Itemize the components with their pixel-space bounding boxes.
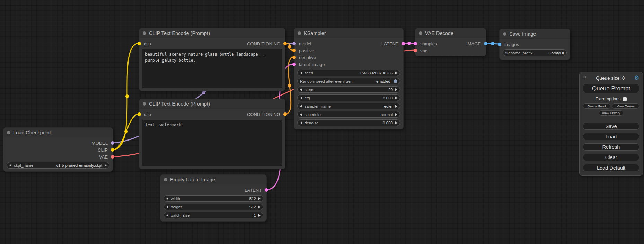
decrement-icon[interactable]	[166, 206, 168, 208]
input-label-negative: negative	[299, 55, 316, 60]
widget-filename-prefix[interactable]: filename_prefix ComfyUI	[503, 49, 567, 56]
decrement-icon[interactable]	[300, 72, 302, 74]
widget-label: steps	[305, 88, 314, 92]
increment-icon[interactable]	[395, 105, 397, 108]
widget-width[interactable]: width 512	[164, 195, 263, 202]
increment-icon[interactable]	[395, 113, 397, 116]
widget-label: denoise	[305, 121, 318, 125]
output-dot-vae[interactable]	[111, 155, 114, 159]
decrement-icon[interactable]	[166, 214, 168, 217]
widget-height[interactable]: height 512	[164, 204, 263, 210]
output-dot-image[interactable]	[484, 42, 487, 45]
node-graph-canvas[interactable]: Load Checkpoint MODEL CLIP VAE ckpt_name…	[0, 0, 644, 244]
collapse-dot-icon[interactable]	[164, 178, 167, 181]
output-dot-conditioning[interactable]	[283, 42, 287, 45]
increment-icon[interactable]	[395, 97, 397, 99]
widget-sampler-name[interactable]: sampler_name euler	[297, 103, 400, 109]
input-dot-clip[interactable]	[138, 112, 141, 116]
input-label-clip: clip	[144, 112, 151, 117]
wire-midpoint-clip-negative	[124, 130, 128, 133]
decrement-icon[interactable]	[300, 88, 302, 91]
widget-label: seed	[305, 71, 313, 75]
load-default-button[interactable]: Load Default	[583, 164, 639, 171]
refresh-button[interactable]: Refresh	[583, 143, 639, 151]
load-button[interactable]: Load	[583, 133, 639, 140]
decrement-icon[interactable]	[300, 121, 302, 124]
prompt-textarea[interactable]: text, watermark	[142, 120, 282, 166]
node-save-image[interactable]: Save Image images filename_prefix ComfyU…	[499, 29, 570, 60]
increment-icon[interactable]	[395, 72, 397, 74]
node-title-bar[interactable]: KSampler	[294, 28, 403, 38]
node-vae-decode[interactable]: VAE Decode samples IMAGE vae	[415, 28, 486, 56]
collapse-dot-icon[interactable]	[143, 102, 146, 106]
drag-handle-icon[interactable]: ⠿	[583, 75, 586, 81]
queue-menu-panel[interactable]: ⠿ Queue size: 0 ⚙ Queue Prompt Extra opt…	[579, 72, 643, 176]
prompt-textarea[interactable]: beautiful scenery nature glass bottle la…	[142, 49, 282, 88]
widget-seed[interactable]: seed 156680208700286	[297, 70, 400, 76]
node-title-bar[interactable]: CLIP Text Encode (Prompt)	[139, 28, 285, 38]
collapse-dot-icon[interactable]	[143, 31, 146, 35]
node-empty-latent-image[interactable]: Empty Latent Image LATENT width 512 heig…	[160, 174, 267, 222]
widget-scheduler[interactable]: scheduler normal	[297, 111, 400, 118]
widget-value: 156680208700286	[360, 71, 393, 75]
decrement-icon[interactable]	[166, 197, 168, 200]
node-title-bar[interactable]: CLIP Text Encode (Prompt)	[139, 99, 285, 109]
node-title-bar[interactable]: Save Image	[500, 29, 570, 39]
settings-gear-icon[interactable]: ⚙	[634, 75, 639, 81]
increment-icon[interactable]	[258, 214, 261, 217]
input-dot-model[interactable]	[292, 42, 296, 45]
node-title-bar[interactable]: Empty Latent Image	[160, 175, 266, 184]
widget-batch-size[interactable]: batch_size 1	[164, 212, 263, 218]
decrement-icon[interactable]	[300, 113, 302, 116]
widget-cfg[interactable]: cfg 8.000	[297, 94, 400, 101]
queue-prompt-button[interactable]: Queue Prompt	[583, 84, 639, 93]
input-dot-latent-image[interactable]	[292, 63, 296, 66]
node-clip-text-encode-positive[interactable]: CLIP Text Encode (Prompt) clip CONDITION…	[139, 28, 285, 91]
extra-options-row: Extra options	[583, 96, 639, 102]
queue-front-button[interactable]: Queue Front	[583, 103, 610, 109]
widget-steps[interactable]: steps 20	[297, 86, 400, 93]
increment-icon[interactable]	[395, 88, 397, 91]
increment-icon[interactable]	[395, 121, 397, 124]
node-load-checkpoint[interactable]: Load Checkpoint MODEL CLIP VAE ckpt_name…	[3, 127, 113, 172]
decrement-icon[interactable]	[300, 105, 302, 108]
widget-denoise[interactable]: denoise 1.000	[297, 119, 400, 126]
input-dot-negative[interactable]	[292, 56, 296, 59]
increment-icon[interactable]	[258, 206, 261, 208]
output-dot-latent[interactable]	[265, 188, 268, 192]
extra-options-checkbox[interactable]	[623, 97, 627, 101]
output-label-clip: CLIP	[98, 147, 108, 153]
collapse-dot-icon[interactable]	[419, 31, 422, 35]
collapse-dot-icon[interactable]	[7, 131, 10, 134]
node-clip-text-encode-negative[interactable]: CLIP Text Encode (Prompt) clip CONDITION…	[139, 99, 285, 169]
output-dot-model[interactable]	[111, 141, 114, 145]
view-queue-button[interactable]: View Queue	[612, 103, 639, 109]
node-title-bar[interactable]: VAE Decode	[415, 28, 486, 38]
input-dot-positive[interactable]	[292, 49, 296, 52]
node-title-bar[interactable]: Load Checkpoint	[3, 128, 113, 137]
node-title: Load Checkpoint	[13, 130, 51, 135]
output-dot-conditioning[interactable]	[283, 112, 287, 116]
widget-ckpt-name[interactable]: ckpt_name v1-5-pruned-emaonly.ckpt	[7, 162, 109, 169]
clear-button[interactable]: Clear	[583, 154, 639, 161]
output-dot-clip[interactable]	[111, 148, 114, 152]
input-dot-images[interactable]	[498, 43, 501, 46]
save-button[interactable]: Save	[583, 123, 639, 130]
widget-value: 512	[249, 205, 256, 209]
toggle-icon[interactable]	[394, 79, 397, 83]
widget-value: v1-5-pruned-emaonly.ckpt	[56, 163, 102, 168]
increment-icon[interactable]	[105, 164, 107, 167]
view-history-button[interactable]: View History	[599, 110, 624, 116]
node-ksampler[interactable]: KSampler model LATENT positive negative …	[294, 28, 404, 129]
collapse-dot-icon[interactable]	[503, 32, 506, 36]
decrement-icon[interactable]	[9, 164, 11, 167]
input-dot-samples[interactable]	[414, 42, 417, 45]
widget-random-seed-toggle[interactable]: Random seed after every gen enabled	[297, 78, 400, 84]
output-dot-latent[interactable]	[402, 42, 405, 45]
input-dot-vae[interactable]	[414, 49, 417, 52]
widget-label: width	[171, 197, 180, 201]
decrement-icon[interactable]	[300, 97, 302, 99]
increment-icon[interactable]	[258, 197, 261, 200]
collapse-dot-icon[interactable]	[298, 31, 301, 35]
input-dot-clip[interactable]	[138, 42, 141, 45]
